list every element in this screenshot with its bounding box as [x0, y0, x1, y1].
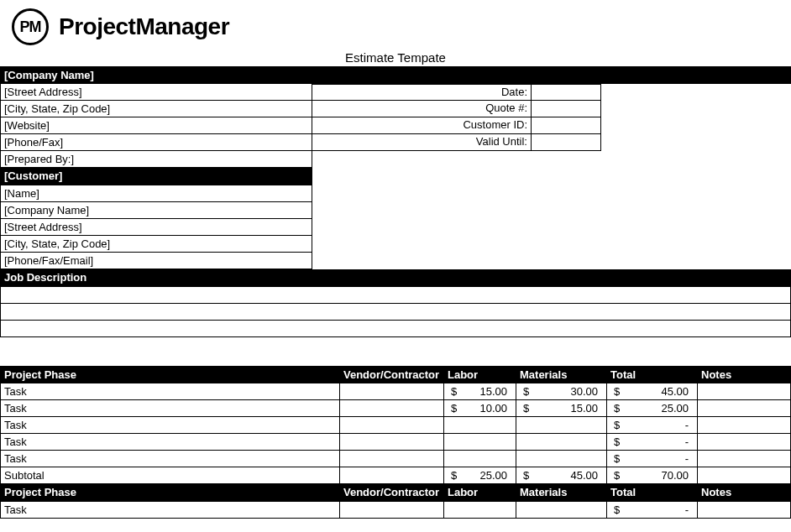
customer-header: [Customer] [1, 168, 312, 185]
col-phase: Project Phase [1, 484, 340, 501]
col-labor: Labor [444, 367, 516, 383]
cell-vendor[interactable] [340, 383, 444, 400]
customer-name[interactable]: [Name] [1, 185, 312, 201]
meta-customerid-value[interactable] [531, 117, 601, 134]
table-row: Task $- [1, 501, 791, 518]
cell-total[interactable]: $45.00 [607, 383, 698, 400]
table-row: Task $- [1, 434, 791, 451]
cell-task[interactable]: Task [1, 501, 340, 518]
meta-quote-value[interactable] [531, 101, 601, 117]
table-row: Task $10.00 $15.00 $25.00 [1, 400, 791, 417]
table-row: Task $- [1, 451, 791, 467]
col-vendor: Vendor/Contractor [340, 367, 444, 383]
company-header: [Company Name] [1, 67, 312, 84]
cell-task[interactable]: Task [1, 417, 340, 434]
cell-task[interactable]: Task [1, 451, 340, 467]
cell-vendor[interactable] [340, 501, 444, 518]
table-row: Task $15.00 $30.00 $45.00 [1, 383, 791, 400]
company-website[interactable]: [Website] [1, 117, 312, 134]
cell-vendor[interactable] [340, 400, 444, 417]
logo-text: ProjectManager [59, 13, 229, 40]
customer-city[interactable]: [City, State, Zip Code] [1, 235, 312, 252]
col-labor: Labor [444, 484, 516, 501]
cell-notes[interactable] [698, 434, 791, 451]
col-total: Total [607, 484, 698, 501]
cell-notes[interactable] [698, 451, 791, 467]
cell-vendor [340, 467, 444, 484]
company-city[interactable]: [City, State, Zip Code] [1, 101, 312, 117]
cell-labor[interactable] [444, 451, 516, 467]
cell-task[interactable]: Task [1, 383, 340, 400]
cell-vendor[interactable] [340, 451, 444, 467]
col-notes: Notes [698, 367, 791, 383]
cell-materials[interactable] [516, 501, 607, 518]
company-phone[interactable]: [Phone/Fax] [1, 134, 312, 151]
subtotal-materials: $45.00 [516, 467, 607, 484]
meta-date-label: Date: [312, 84, 531, 101]
cell-total[interactable]: $- [607, 417, 698, 434]
col-total: Total [607, 367, 698, 383]
cell-notes[interactable] [698, 501, 791, 518]
cell-materials[interactable]: $30.00 [516, 383, 607, 400]
job-description-header: Job Description [1, 269, 791, 286]
logo-badge-icon: PM [12, 8, 49, 45]
phase-table-1: Project Phase Vendor/Contractor Labor Ma… [0, 366, 791, 484]
cell-labor[interactable] [444, 501, 516, 518]
cell-notes[interactable] [698, 417, 791, 434]
company-street[interactable]: [Street Address] [1, 84, 312, 101]
job-description-line[interactable] [1, 321, 791, 337]
subtotal-label: Subtotal [1, 467, 340, 484]
cell-materials[interactable] [516, 434, 607, 451]
meta-customerid-label: Customer ID: [312, 117, 531, 134]
cell-total[interactable]: $- [607, 451, 698, 467]
cell-task[interactable]: Task [1, 434, 340, 451]
cell-task[interactable]: Task [1, 400, 340, 417]
cell-materials[interactable] [516, 451, 607, 467]
document-title: Estimate Tempate [0, 47, 791, 66]
subtotal-row: Subtotal $25.00 $45.00 $70.00 [1, 467, 791, 484]
phase-table-2: Project Phase Vendor/Contractor Labor Ma… [0, 484, 791, 519]
cell-total[interactable]: $- [607, 434, 698, 451]
job-description-line[interactable] [1, 304, 791, 321]
cell-notes [698, 467, 791, 484]
customer-street[interactable]: [Street Address] [1, 218, 312, 235]
col-materials: Materials [516, 484, 607, 501]
cell-materials[interactable]: $15.00 [516, 400, 607, 417]
cell-vendor[interactable] [340, 434, 444, 451]
table-row: Task $- [1, 417, 791, 434]
cell-labor[interactable] [444, 417, 516, 434]
logo: PM ProjectManager [0, 0, 791, 47]
meta-validuntil-value[interactable] [531, 134, 601, 151]
meta-date-value[interactable] [531, 84, 601, 101]
customer-phone[interactable]: [Phone/Fax/Email] [1, 252, 312, 269]
cell-notes[interactable] [698, 400, 791, 417]
cell-total[interactable]: $- [607, 501, 698, 518]
meta-quote-label: Quote #: [312, 101, 531, 117]
meta-validuntil-label: Valid Until: [312, 134, 531, 151]
col-phase: Project Phase [1, 367, 340, 383]
col-notes: Notes [698, 484, 791, 501]
cell-vendor[interactable] [340, 417, 444, 434]
cell-total[interactable]: $25.00 [607, 400, 698, 417]
cell-notes[interactable] [698, 383, 791, 400]
col-materials: Materials [516, 367, 607, 383]
cell-labor[interactable]: $15.00 [444, 383, 516, 400]
cell-labor[interactable]: $10.00 [444, 400, 516, 417]
subtotal-total: $70.00 [607, 467, 698, 484]
company-prepared-by[interactable]: [Prepared By:] [1, 151, 312, 168]
customer-company[interactable]: [Company Name] [1, 201, 312, 218]
cell-materials[interactable] [516, 417, 607, 434]
job-description-line[interactable] [1, 287, 791, 304]
col-vendor: Vendor/Contractor [340, 484, 444, 501]
cell-labor[interactable] [444, 434, 516, 451]
subtotal-labor: $25.00 [444, 467, 516, 484]
